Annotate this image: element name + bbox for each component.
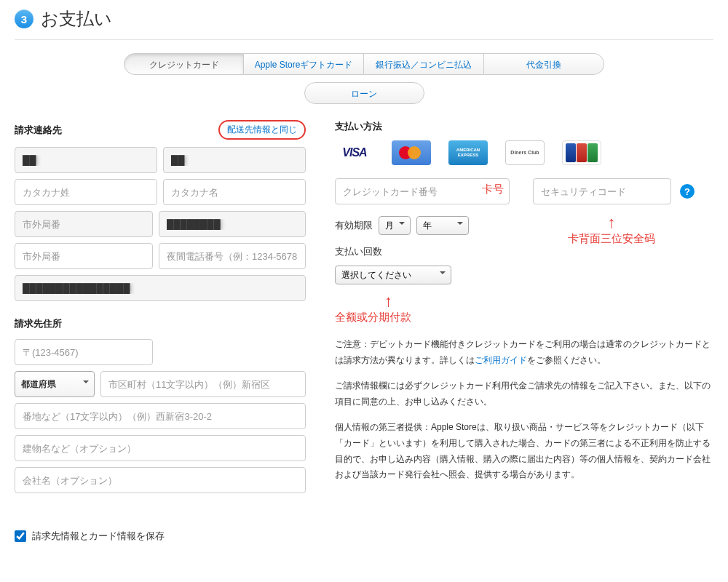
- tab-cod[interactable]: 代金引換: [484, 53, 604, 75]
- payment-method-heading: 支払い方法: [335, 120, 713, 133]
- payment-count-label: 支払い回数: [335, 245, 713, 258]
- street-field[interactable]: [15, 403, 306, 429]
- annotation-payment-count: 全额或分期付款: [335, 311, 411, 324]
- arrow-up-icon: ↑: [384, 292, 392, 311]
- cvv-help-icon[interactable]: ?: [680, 184, 695, 199]
- payment-count-select[interactable]: 選択してください: [335, 266, 451, 284]
- usage-guide-link[interactable]: ご利用ガイド: [475, 355, 527, 365]
- area-code-field[interactable]: [15, 211, 153, 237]
- jcb-icon: [562, 140, 601, 165]
- save-info-checkbox[interactable]: [15, 530, 26, 542]
- first-name-field[interactable]: [163, 147, 306, 173]
- building-field[interactable]: [15, 435, 306, 461]
- last-kana-field[interactable]: [15, 179, 157, 205]
- mastercard-icon: [392, 140, 431, 165]
- diners-icon: Diners Club: [505, 140, 545, 165]
- same-as-shipping-link[interactable]: 配送先情報と同じ: [218, 120, 306, 140]
- page-title: お支払い: [41, 7, 112, 31]
- arrow-up-icon: ↑: [608, 213, 616, 232]
- expiry-month-select[interactable]: 月: [379, 216, 411, 235]
- phone-field[interactable]: [159, 211, 306, 237]
- first-kana-field[interactable]: [163, 179, 306, 205]
- expiry-year-select[interactable]: 年: [416, 216, 469, 235]
- prefecture-select[interactable]: 都道府県: [15, 371, 95, 397]
- divider: [15, 39, 713, 40]
- email-field[interactable]: [15, 275, 306, 301]
- night-area-code-field[interactable]: [15, 243, 153, 269]
- last-name-field[interactable]: [15, 147, 157, 173]
- tab-gift-card[interactable]: Apple Storeギフトカード: [244, 53, 364, 75]
- step-badge: 3: [15, 9, 33, 28]
- annotation-cvv: 卡背面三位安全码: [568, 232, 655, 246]
- tab-loan[interactable]: ローン: [304, 82, 424, 104]
- company-field[interactable]: [15, 467, 306, 493]
- amex-icon: AMERICAN EXPRESS: [448, 140, 488, 165]
- tab-bank[interactable]: 銀行振込／コンビニ払込: [364, 53, 484, 75]
- payment-tabs: クレジットカード Apple Storeギフトカード 銀行振込／コンビニ払込 代…: [15, 53, 713, 75]
- night-phone-field[interactable]: [159, 243, 306, 269]
- zip-field[interactable]: [15, 339, 153, 365]
- billing-address-heading: 請求先住所: [15, 317, 306, 330]
- notes-block: ご注意：デビットカード機能付きクレジットカードをご利用の場合は通常のクレジットカ…: [335, 337, 713, 483]
- cvv-field[interactable]: [533, 178, 671, 204]
- visa-icon: VISA: [335, 140, 374, 165]
- billing-contact-heading: 請求連絡先: [15, 124, 62, 137]
- tab-credit-card[interactable]: クレジットカード: [124, 53, 244, 75]
- save-info-label: 請求先情報とカード情報を保存: [32, 530, 165, 543]
- expiry-label: 有効期限: [335, 219, 373, 232]
- annotation-card-number: 卡号: [482, 183, 504, 196]
- city-field[interactable]: [100, 371, 306, 397]
